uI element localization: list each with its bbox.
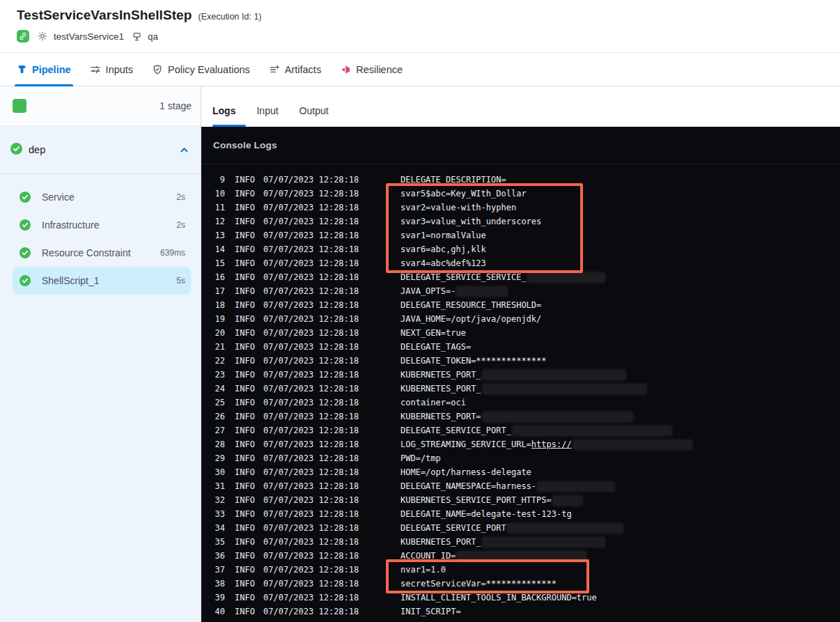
log-message: KUBERNETES_SERVICE_PORT_HTTPS= <box>400 495 582 505</box>
log-level: INFO <box>235 328 263 338</box>
log-message: ACCOUNT_ID= <box>400 551 586 561</box>
log-tab-input[interactable]: Input <box>256 105 278 127</box>
tab-inputs[interactable]: Inputs <box>90 53 134 86</box>
app: TestServiceVarsInShellStep (Execution Id… <box>0 0 840 622</box>
log-level: INFO <box>235 356 263 366</box>
line-number: 38 <box>212 579 225 589</box>
log-timestamp: 07/07/2023 12:28:18 <box>263 272 359 282</box>
pipeline-icon <box>17 64 27 75</box>
log-message: KUBERNETES_PORT= <box>400 412 632 421</box>
redacted-text <box>457 552 586 561</box>
log-timestamp: 07/07/2023 12:28:18 <box>263 217 359 226</box>
log-line: 21INFO07/07/2023 12:28:18DELEGATE_TAGS= <box>212 340 840 354</box>
log-tab-logs[interactable]: Logs <box>212 105 235 127</box>
step-infrastructure[interactable]: Infrastructure2s <box>13 211 191 239</box>
log-message: svar6=abc,ghj,klk <box>400 244 486 254</box>
log-line: 16INFO07/07/2023 12:28:18DELEGATE_SERVIC… <box>212 270 840 284</box>
log-level: INFO <box>235 231 263 240</box>
log-level: INFO <box>235 537 263 547</box>
log-timestamp: 07/07/2023 12:28:18 <box>263 314 359 324</box>
line-number: 34 <box>212 523 225 533</box>
step-service[interactable]: Service2s <box>13 183 191 211</box>
log-line: 38INFO07/07/2023 12:28:18secretServiceVa… <box>212 577 840 591</box>
log-line: 36INFO07/07/2023 12:28:18ACCOUNT_ID= <box>212 549 840 563</box>
log-line: 39INFO07/07/2023 12:28:18INSTALL_CLIENT_… <box>212 591 840 605</box>
redacted-text <box>483 384 646 394</box>
tab-label: Artifacts <box>285 64 321 75</box>
title-row: TestServiceVarsInShellStep (Execution Id… <box>17 8 840 23</box>
step-label: Service <box>42 192 75 203</box>
log-line: 28INFO07/07/2023 12:28:18LOG_STREAMING_S… <box>212 437 840 451</box>
log-line: 14INFO07/07/2023 12:28:18svar6=abc,ghj,k… <box>212 242 840 256</box>
log-message: INIT_SCRIPT= <box>400 607 461 616</box>
log-line: 33INFO07/07/2023 12:28:18DELEGATE_NAME=d… <box>212 507 840 521</box>
redacted-text <box>483 371 625 380</box>
tab-policy-evaluations[interactable]: Policy Evaluations <box>152 53 250 86</box>
tab-pipeline[interactable]: Pipeline <box>17 53 71 86</box>
log-timestamp: 07/07/2023 12:28:18 <box>263 440 359 449</box>
line-number: 37 <box>212 565 225 575</box>
log-timestamp: 07/07/2023 12:28:18 <box>263 300 359 310</box>
log-timestamp: 07/07/2023 12:28:18 <box>263 593 359 602</box>
resilience-icon <box>340 64 351 75</box>
line-number: 33 <box>212 509 225 519</box>
step-duration: 5s <box>176 276 185 286</box>
log-timestamp: 07/07/2023 12:28:18 <box>263 244 359 254</box>
log-tab-output[interactable]: Output <box>300 105 329 127</box>
line-number: 27 <box>212 426 225 435</box>
log-timestamp: 07/07/2023 12:28:18 <box>263 342 359 352</box>
log-message: DELEGATE_DESCRIPTION= <box>400 175 506 185</box>
step-resource-constraint[interactable]: Resource Constraint639ms <box>13 239 191 267</box>
page-header: TestServiceVarsInShellStep (Execution Id… <box>0 0 840 53</box>
main-panel: LogsInputOutput Console Logs 9INFO07/07/… <box>201 86 840 622</box>
log-level: INFO <box>235 593 263 602</box>
log-line: 19INFO07/07/2023 12:28:18JAVA_HOME=/opt/… <box>212 312 840 326</box>
tab-resilience[interactable]: Resilience <box>340 53 403 86</box>
log-level: INFO <box>235 551 263 561</box>
log-message: KUBERNETES_PORT_ <box>400 370 625 380</box>
redacted-text <box>483 538 605 547</box>
log-level: INFO <box>235 189 263 199</box>
tab-artifacts[interactable]: Artifacts <box>269 53 321 86</box>
line-number: 13 <box>212 231 225 240</box>
stage-count-label: 1 stage <box>160 100 192 111</box>
log-level: INFO <box>235 203 263 212</box>
log-message: nvar1=1.0 <box>400 565 446 575</box>
tab-label: Inputs <box>106 64 134 75</box>
log-message: INSTALL_CLIENT_TOOLS_IN_BACKGROUND=true <box>400 593 597 602</box>
redacted-text <box>573 440 692 449</box>
log-timestamp: 07/07/2023 12:28:18 <box>263 467 359 477</box>
log-timestamp: 07/07/2023 12:28:18 <box>263 579 359 589</box>
step-group-dep[interactable]: dep <box>0 126 201 174</box>
log-message: KUBERNETES_PORT_ <box>400 384 646 394</box>
step-shellscript-1[interactable]: ShellScript_15s <box>13 267 191 295</box>
stage-status-square[interactable] <box>13 99 26 113</box>
line-number: 24 <box>212 384 225 394</box>
log-timestamp: 07/07/2023 12:28:18 <box>263 175 359 185</box>
log-level: INFO <box>235 453 263 463</box>
log-message: DELEGATE_RESOURCE_THRESHOLD= <box>400 300 541 310</box>
log-line: 22INFO07/07/2023 12:28:18DELEGATE_TOKEN=… <box>212 354 840 368</box>
log-message: container=oci <box>400 398 466 407</box>
log-line: 11INFO07/07/2023 12:28:18svar2=value-wit… <box>212 201 840 215</box>
line-number: 10 <box>212 189 225 199</box>
log-link[interactable]: https:// <box>531 440 572 449</box>
log-timestamp: 07/07/2023 12:28:18 <box>263 231 359 240</box>
log-level: INFO <box>235 286 263 296</box>
log-line: 10INFO07/07/2023 12:28:18svar5$abc=Key_W… <box>212 187 840 201</box>
group-label: dep <box>29 144 45 155</box>
execution-sidebar: 1 stage dep Service2sInfrastructure2sRes… <box>0 86 201 622</box>
log-timestamp: 07/07/2023 12:28:18 <box>263 203 359 212</box>
steps-list: Service2sInfrastructure2sResource Constr… <box>0 174 201 295</box>
log-message: NEXT_GEN=true <box>400 328 466 338</box>
log-message: PWD=/tmp <box>400 453 441 463</box>
log-timestamp: 07/07/2023 12:28:18 <box>263 286 359 296</box>
log-line: 34INFO07/07/2023 12:28:18DELEGATE_SERVIC… <box>212 521 840 535</box>
chevron-up-icon[interactable] <box>179 145 189 155</box>
log-line: 13INFO07/07/2023 12:28:18svar1=normalVal… <box>212 228 840 242</box>
tab-label: Pipeline <box>32 64 71 75</box>
log-timestamp: 07/07/2023 12:28:18 <box>263 189 359 199</box>
log-timestamp: 07/07/2023 12:28:18 <box>263 565 359 575</box>
log-message: svar4=abc%def%123 <box>400 258 486 268</box>
log-timestamp: 07/07/2023 12:28:18 <box>263 607 359 616</box>
